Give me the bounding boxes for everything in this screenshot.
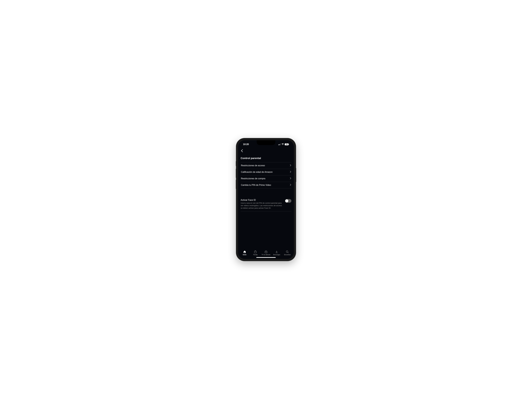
- screen: 10:20 75: [238, 140, 294, 259]
- menu-item-purchase-restrictions[interactable]: Restricciones de compra: [241, 175, 291, 182]
- menu-item-label: Restricciones de compra: [241, 177, 265, 180]
- home-icon: [243, 250, 246, 253]
- tab-bar: Inicio Tienda TV en directo Descargas: [238, 249, 294, 255]
- chevron-right-icon: [290, 164, 291, 167]
- face-id-toggle[interactable]: [285, 199, 291, 203]
- status-icons: 75: [279, 143, 289, 146]
- store-icon: [254, 250, 257, 253]
- tab-label: Tienda: [253, 254, 258, 255]
- notch: [257, 140, 275, 145]
- menu-item-change-pin[interactable]: Cambia tu PIN de Prime Video: [241, 182, 291, 188]
- chevron-right-icon: [290, 177, 291, 180]
- chevron-left-icon: [241, 149, 243, 152]
- tab-label: TV en directo: [262, 254, 270, 255]
- search-icon: [286, 250, 289, 253]
- wifi-icon: [282, 143, 284, 146]
- chevron-right-icon: [290, 171, 291, 173]
- chevron-right-icon: [290, 184, 291, 186]
- tab-downloads[interactable]: Descargas: [271, 250, 282, 255]
- phone-frame: 10:20 75: [236, 138, 296, 261]
- menu-item-access-restrictions[interactable]: Restricciones de acceso: [241, 162, 291, 169]
- menu-item-label: Restricciones de acceso: [241, 164, 265, 167]
- face-id-description: Usa tu cara en vez del PIN de control pa…: [241, 202, 282, 209]
- menu-item-label: Cambia tu PIN de Prime Video: [241, 184, 271, 186]
- svg-rect-0: [254, 251, 256, 253]
- tab-live-tv[interactable]: TV en directo: [261, 250, 271, 255]
- tab-find[interactable]: Encontrar: [282, 250, 293, 255]
- status-time: 10:20: [243, 143, 249, 146]
- tab-label: Encontrar: [284, 254, 291, 255]
- face-id-title: Activar Face ID: [241, 199, 282, 201]
- menu-item-label: Calificación de edad de Amazon: [241, 171, 273, 173]
- svg-point-2: [286, 251, 288, 253]
- content-area: Control parental Restricciones de acceso…: [238, 147, 294, 249]
- tab-label: Descargas: [273, 254, 280, 255]
- download-icon: [275, 250, 278, 253]
- tv-icon: [265, 250, 267, 253]
- home-indicator[interactable]: [256, 257, 276, 258]
- cellular-signal-icon: [279, 144, 281, 145]
- tab-label: Inicio: [243, 254, 247, 255]
- page-title: Control parental: [241, 157, 291, 160]
- tab-home[interactable]: Inicio: [239, 250, 250, 255]
- battery-level: 75: [286, 144, 287, 145]
- battery-icon: 75: [285, 143, 289, 145]
- tab-store[interactable]: Tienda: [250, 250, 261, 255]
- menu-item-age-rating[interactable]: Calificación de edad de Amazon: [241, 169, 291, 175]
- face-id-section: Activar Face ID Usa tu cara en vez del P…: [241, 199, 291, 212]
- menu-list: Restricciones de acceso Calificación de …: [241, 162, 291, 188]
- back-button[interactable]: [241, 147, 291, 154]
